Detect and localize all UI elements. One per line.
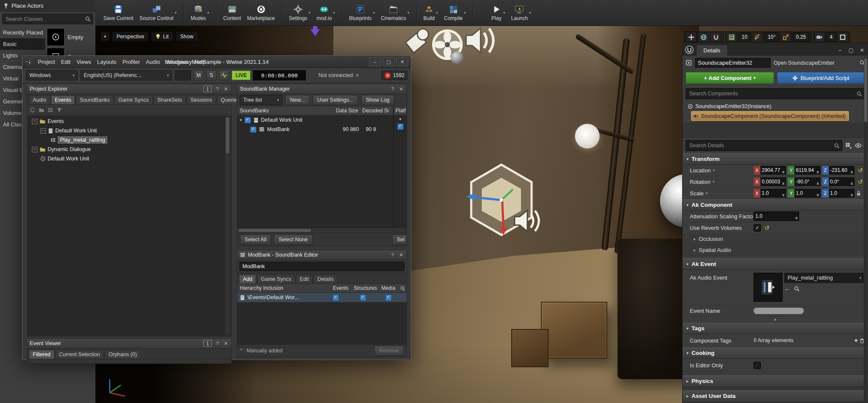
perspective-button[interactable]: Perspective	[112, 31, 149, 41]
inclusion-row[interactable]: \Events\Default Wor...	[237, 293, 407, 302]
list-item[interactable]: Empty	[47, 27, 94, 47]
new-folder-icon[interactable]	[39, 108, 44, 112]
lit-mode-button[interactable]: Lit	[151, 31, 173, 41]
close-icon[interactable]: ✕	[223, 341, 229, 346]
actor-name-input[interactable]	[695, 58, 771, 68]
chevron-down-icon[interactable]: ▾	[399, 117, 401, 121]
chevron-down-icon[interactable]: ▾	[309, 11, 311, 15]
modio-button[interactable]: mod.io ▾	[313, 3, 338, 23]
details-scrollbar[interactable]	[864, 57, 868, 402]
chevron-down-icon[interactable]: ▾	[503, 11, 505, 15]
tab-sessions[interactable]: Sessions	[187, 95, 216, 104]
event-name-field[interactable]	[754, 308, 804, 314]
marketplace-button[interactable]: Marketplace	[244, 3, 278, 23]
audio-event-combobox[interactable]: Play_metal_rattling ▾	[784, 273, 865, 283]
grid-snap-icon[interactable]	[726, 32, 737, 42]
tree-item-dynamic-dialogue[interactable]: − Dynamic Dialogue	[28, 145, 230, 154]
tab-add[interactable]: Add	[239, 274, 256, 283]
soundbank-row-modbank[interactable]: ModBank 90 860 90 8	[237, 125, 393, 134]
section-asset-user-data[interactable]: ▸ Asset User Data	[683, 390, 868, 402]
close-icon[interactable]: ✕	[396, 57, 408, 66]
list-view-icon[interactable]	[48, 108, 53, 112]
project-explorer-header[interactable]: Project Explorer 1 ? ✕	[27, 84, 231, 94]
help-icon[interactable]: ?	[390, 252, 396, 257]
cinematics-button[interactable]: Cinematics ▾	[378, 3, 413, 23]
chevron-down-icon[interactable]: ▾	[712, 180, 714, 184]
tab-audio[interactable]: Audio	[29, 95, 50, 104]
component-tree-root[interactable]: SoundscapeEmitter32(Instance)	[683, 101, 868, 111]
maximize-icon[interactable]: ▢	[383, 57, 395, 66]
tab-sharesets[interactable]: ShareSets	[154, 95, 186, 104]
close-icon[interactable]: ✕	[398, 86, 404, 92]
column-platform[interactable]: Platf	[394, 106, 407, 115]
surface-snap-icon[interactable]	[710, 32, 721, 42]
section-cooking[interactable]: ▾ Cooking	[683, 347, 868, 359]
menu-windows[interactable]: Windows	[166, 59, 188, 65]
open-soundscape-emitter-link[interactable]: Open SoundscapeEmitter	[774, 60, 834, 66]
search-details-input[interactable]	[689, 142, 834, 149]
platform-selector[interactable]: Windows▾	[26, 70, 78, 80]
clear-status-icon[interactable]: ✕	[356, 73, 359, 78]
events-checkbox[interactable]	[333, 294, 339, 301]
settings-button[interactable]: Settings ▾	[286, 3, 313, 23]
source-control-button[interactable]: Source Control ▾	[137, 3, 180, 23]
soundbank-table-header[interactable]: SoundBanks Data Size Decoded Si	[237, 106, 393, 115]
soundbank-name-input[interactable]	[239, 262, 404, 271]
tree-item-play-metal-rattling[interactable]: Play_metal_rattling	[28, 135, 230, 145]
search-components-box[interactable]	[686, 88, 865, 99]
rotation-x-field[interactable]: 0.00003	[760, 177, 786, 186]
section-ak-event[interactable]: ▾ Ak Event	[683, 258, 868, 270]
layout-badge[interactable]: 1	[203, 340, 212, 347]
rotation-y-field[interactable]: -90.0°	[794, 177, 820, 186]
menu-edit[interactable]: Edit	[61, 59, 70, 65]
search-classes-box[interactable]	[2, 14, 93, 24]
chevron-down-icon[interactable]: ▾	[706, 191, 708, 195]
add-element-icon[interactable]: +	[854, 337, 858, 344]
audio-event-thumbnail[interactable]	[754, 273, 783, 302]
menu-help[interactable]: Help	[194, 59, 206, 65]
chevron-down-icon[interactable]: ▾	[407, 11, 410, 15]
close-icon[interactable]: ✕	[223, 86, 229, 92]
language-selector[interactable]: English(US) (Referenc...▾	[80, 70, 172, 80]
structures-checkbox[interactable]	[360, 294, 366, 301]
section-ak-component[interactable]: ▾ Ak Component	[683, 199, 868, 211]
scale-y-field[interactable]: 1.0	[794, 189, 820, 197]
chevron-down-icon[interactable]: ▾	[175, 11, 177, 15]
rotation-z-field[interactable]: 0.0°	[829, 177, 854, 186]
tab-orphans[interactable]: Orphans (0)	[105, 350, 141, 359]
live-indicator[interactable]: LIVE	[232, 71, 250, 80]
blueprint-add-script-button[interactable]: Blueprint/Add Script	[777, 72, 865, 84]
modes-button[interactable]: Modes ▾	[188, 3, 212, 23]
help-icon[interactable]: ?	[214, 341, 220, 346]
tab-details[interactable]: Details	[696, 45, 728, 56]
location-z-field[interactable]: -231.60	[829, 166, 854, 174]
scrollbar-thumb[interactable]	[239, 229, 311, 232]
maximize-icon[interactable]: ▢	[848, 47, 854, 53]
wwise-title-bar[interactable]: Project Edit Views Layouts Profiler Audi…	[23, 56, 411, 68]
user-settings-button[interactable]: User Settings...	[313, 95, 358, 105]
reset-to-default-icon[interactable]: ↺	[856, 178, 865, 185]
chevron-down-icon[interactable]: ▾	[436, 11, 438, 15]
tree-scrollbar[interactable]	[225, 117, 230, 335]
show-flags-button[interactable]: Show	[176, 31, 198, 41]
error-counter[interactable]: ✕ 1592	[381, 71, 407, 80]
scrollbar-thumb[interactable]	[864, 58, 867, 122]
world-space-icon[interactable]	[698, 32, 709, 42]
tree-item-events[interactable]: − Events	[28, 117, 230, 126]
clipped-button[interactable]: Sel	[392, 234, 407, 245]
layout-badge[interactable]: 1	[203, 86, 212, 92]
expander-icon[interactable]: −	[32, 147, 37, 152]
search-classes-input[interactable]	[5, 16, 85, 23]
content-button[interactable]: Content	[220, 3, 244, 23]
rotation-snap-icon[interactable]	[752, 32, 763, 42]
scale-z-field[interactable]: 1.0	[829, 189, 854, 197]
scale-x-field[interactable]: 1.0	[760, 189, 786, 197]
unreal-logo-icon[interactable]	[685, 46, 694, 56]
chevron-down-icon[interactable]: ▾	[240, 118, 242, 122]
compile-button[interactable]: Compile ▾	[441, 3, 469, 23]
menu-project[interactable]: Project	[38, 59, 55, 65]
spatial-audio-subsection[interactable]: ▸ Spatial Audio	[683, 245, 868, 256]
tab-game-syncs[interactable]: Game Syncs	[257, 274, 295, 283]
soundbank-editor-header[interactable]: ModBank - SoundBank Editor ? ✕	[237, 250, 407, 260]
tab-filtered[interactable]: Filtered	[29, 350, 54, 359]
